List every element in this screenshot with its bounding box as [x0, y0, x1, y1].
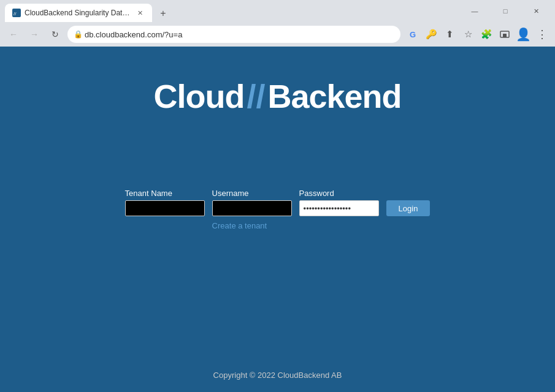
password-input[interactable]: [299, 200, 379, 216]
forward-button[interactable]: →: [26, 26, 43, 43]
tenant-input[interactable]: [125, 200, 205, 216]
username-group: Username Create a tenant: [212, 189, 292, 230]
back-button[interactable]: ←: [5, 26, 22, 43]
address-bar: ← → ↻ 🔒 G 🔑 ⬆ ☆ 🧩 👤 ⋮: [0, 22, 555, 47]
tab-favicon: //: [12, 9, 21, 17]
address-field-wrap: 🔒: [67, 26, 400, 43]
page-header: Cloud//Backend: [153, 77, 401, 115]
title-bar: // CloudBackend Singularity Datab… ✕ + —…: [0, 0, 555, 22]
create-tenant-link[interactable]: Create a tenant: [212, 221, 292, 230]
password-group: Password: [299, 189, 379, 216]
username-input[interactable]: [212, 200, 292, 216]
svg-rect-2: [503, 34, 507, 37]
menu-button[interactable]: ⋮: [533, 26, 550, 43]
logo-slashes: //: [247, 78, 265, 115]
logo-cloud: Cloud: [153, 78, 244, 115]
page-footer: Copyright © 2022 CloudBackend AB: [213, 371, 342, 380]
close-button[interactable]: ✕: [522, 0, 550, 22]
toolbar-icons: G 🔑 ⬆ ☆ 🧩 👤 ⋮: [404, 26, 550, 43]
tenant-group: Tenant Name: [125, 189, 205, 216]
logo-backend: Backend: [267, 78, 401, 115]
tab-strip: // CloudBackend Singularity Datab… ✕ +: [5, 0, 458, 22]
address-input[interactable]: [67, 26, 400, 43]
new-tab-button[interactable]: +: [155, 5, 172, 22]
google-icon[interactable]: G: [404, 26, 421, 43]
login-form: Tenant Name Username Create a tenant Pas…: [125, 189, 431, 230]
share-icon[interactable]: ⬆: [441, 26, 458, 43]
tenant-label: Tenant Name: [125, 189, 205, 198]
minimize-button[interactable]: —: [461, 0, 489, 22]
extensions-icon[interactable]: 🧩: [478, 26, 495, 43]
footer-text: Copyright © 2022 CloudBackend AB: [213, 371, 342, 380]
refresh-button[interactable]: ↻: [47, 26, 64, 43]
profile-avatar[interactable]: 👤: [515, 26, 532, 43]
password-manager-icon[interactable]: 🔑: [423, 26, 440, 43]
tab-close-button[interactable]: ✕: [135, 8, 145, 18]
password-label: Password: [299, 189, 379, 198]
active-tab[interactable]: // CloudBackend Singularity Datab… ✕: [5, 4, 152, 22]
username-label: Username: [212, 189, 292, 198]
maximize-button[interactable]: □: [491, 0, 519, 22]
window-controls: — □ ✕: [461, 0, 550, 22]
svg-text://: //: [13, 11, 17, 16]
bookmark-icon[interactable]: ☆: [459, 26, 477, 43]
lock-icon: 🔒: [74, 30, 83, 39]
cast-icon[interactable]: [496, 26, 513, 43]
page-content: Cloud//Backend Tenant Name Username Crea…: [0, 47, 555, 392]
browser-chrome: // CloudBackend Singularity Datab… ✕ + —…: [0, 0, 555, 392]
login-button[interactable]: Login: [386, 200, 431, 216]
tab-title: CloudBackend Singularity Datab…: [25, 9, 131, 17]
